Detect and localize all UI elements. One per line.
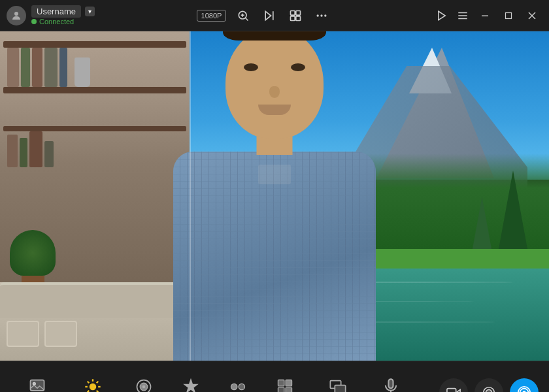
svg-rect-44 [388, 379, 393, 388]
username-row: Username ▾ [31, 5, 95, 18]
svg-point-37 [239, 384, 244, 389]
user-info: Username ▾ Connected [31, 5, 95, 25]
svg-rect-39 [286, 380, 291, 385]
zoom-in-icon[interactable] [234, 7, 252, 25]
background-icon [27, 376, 48, 393]
mic-icon [380, 376, 401, 393]
svg-marker-5 [266, 11, 271, 20]
person-overlay [137, 31, 412, 361]
svg-rect-22 [31, 380, 44, 390]
svg-point-49 [486, 389, 491, 392]
more-icon[interactable] [312, 7, 331, 25]
tool-brand[interactable]: Brand [216, 371, 260, 393]
tool-adjustment[interactable]: Adjustment [67, 371, 119, 393]
svg-rect-18 [482, 15, 488, 16]
filter-icon [133, 376, 154, 393]
tool-background[interactable]: Background [10, 371, 65, 393]
resolution-badge[interactable]: 1080P [197, 10, 227, 22]
svg-line-30 [97, 390, 99, 392]
svg-line-32 [97, 381, 99, 383]
multi-scenes-icon [327, 376, 348, 393]
close-button[interactable] [522, 5, 542, 26]
svg-rect-7 [291, 10, 295, 15]
svg-rect-8 [296, 10, 301, 15]
svg-line-31 [88, 390, 90, 392]
person-hair [223, 31, 326, 41]
theme-icon [274, 376, 295, 393]
titlebar-center: 1080P [197, 7, 331, 25]
tool-theme[interactable]: Theme [263, 371, 307, 393]
titlebar: Username ▾ Connected 1080P [0, 0, 549, 31]
connected-dot [31, 19, 37, 24]
svg-point-11 [317, 14, 319, 16]
svg-point-36 [231, 384, 237, 389]
svg-point-35 [142, 385, 145, 388]
toolbar-left: Background Adjustment [10, 371, 413, 393]
titlebar-left: Username ▾ Connected [7, 5, 95, 25]
toolbar-right [439, 378, 539, 393]
svg-rect-9 [291, 16, 295, 20]
live-button[interactable] [510, 378, 539, 393]
svg-rect-38 [278, 380, 284, 385]
adjustment-icon [82, 376, 103, 393]
video-area [0, 31, 549, 361]
svg-line-29 [88, 381, 90, 383]
brand-icon [227, 376, 248, 393]
person-head [225, 31, 324, 139]
connected-label: Connected [39, 18, 74, 25]
svg-point-13 [325, 14, 327, 16]
person-body [173, 152, 376, 361]
svg-rect-19 [506, 12, 512, 18]
tool-filter[interactable]: Filter [122, 371, 166, 393]
maximize-button[interactable] [498, 5, 519, 26]
svg-point-23 [33, 382, 36, 385]
svg-marker-14 [439, 11, 446, 20]
menu-icon[interactable] [454, 7, 472, 25]
svg-rect-10 [296, 16, 301, 20]
svg-rect-40 [278, 387, 284, 392]
username-dropdown[interactable]: ▾ [85, 7, 95, 16]
video-divider [190, 31, 191, 361]
play-icon[interactable] [433, 7, 451, 25]
tool-multi-scenes[interactable]: Multi-scenes [310, 371, 366, 393]
username-label: Username [31, 5, 81, 18]
titlebar-right [433, 5, 542, 26]
svg-line-4 [246, 18, 248, 20]
connection-status: Connected [31, 18, 95, 25]
avatar [7, 6, 26, 25]
svg-point-0 [14, 12, 18, 16]
svg-rect-43 [335, 385, 345, 392]
minimize-button[interactable] [474, 5, 495, 26]
toolbar: Background Adjustment [0, 361, 549, 392]
tool-mic[interactable]: Mic [369, 371, 413, 393]
svg-rect-41 [286, 387, 291, 392]
svg-point-12 [321, 14, 323, 16]
content-icon [180, 376, 201, 393]
skip-icon[interactable] [260, 7, 278, 25]
record-button[interactable] [474, 378, 503, 393]
tool-content[interactable]: Content [169, 371, 213, 393]
camera-button[interactable] [439, 378, 468, 393]
svg-point-24 [90, 384, 96, 389]
svg-rect-47 [447, 388, 456, 392]
layout-icon[interactable] [286, 7, 305, 25]
